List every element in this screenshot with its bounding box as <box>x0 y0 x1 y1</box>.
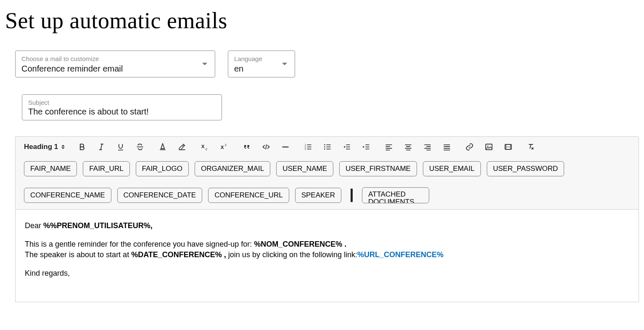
token-user_email[interactable]: USER_EMAIL <box>423 161 481 176</box>
indent-icon[interactable] <box>361 142 372 152</box>
mail-template-label: Choose a mail to customize <box>21 55 209 62</box>
token-speaker[interactable]: SPEAKER <box>295 188 341 203</box>
svg-point-10 <box>324 146 325 148</box>
subject-input[interactable]: Subject The conference is about to start… <box>22 94 222 120</box>
body-dear-token: %%PRENOM_UTILISATEUR%, <box>43 221 153 230</box>
token-separator <box>351 189 353 202</box>
svg-text:2: 2 <box>225 143 227 147</box>
underline-icon[interactable] <box>115 142 126 152</box>
token-conference_date[interactable]: CONFERENCE_DATE <box>117 188 203 203</box>
language-label: Language <box>234 55 289 62</box>
strikethrough-icon[interactable] <box>135 142 145 152</box>
token-fair_logo[interactable]: FAIR_LOGO <box>136 161 189 176</box>
svg-rect-0 <box>160 149 166 150</box>
body-line2a: This is a gentle reminder for the confer… <box>25 240 254 248</box>
mail-template-select[interactable]: Choose a mail to customize Conference re… <box>15 51 215 77</box>
body-line3a: The speaker is about to start at <box>25 250 131 259</box>
token-organizer_mail[interactable]: ORGANIZER_MAIL <box>195 161 270 176</box>
align-center-icon[interactable] <box>403 142 414 152</box>
token-user_name[interactable]: USER_NAME <box>276 161 333 176</box>
body-closing: Kind regards, <box>25 268 629 278</box>
token-user_firstname[interactable]: USER_FIRSTNAME <box>339 161 417 176</box>
svg-point-13 <box>488 146 489 147</box>
align-justify-icon[interactable] <box>441 142 452 152</box>
code-icon[interactable] <box>261 142 272 152</box>
token-attached-documents[interactable]: ATTACHEDDOCUMENTS <box>362 187 429 203</box>
language-value: en <box>234 64 289 74</box>
token-conference_url[interactable]: CONFERENCE_URL <box>208 188 289 203</box>
sort-icon <box>61 145 65 149</box>
subject-label: Subject <box>28 99 216 106</box>
svg-text:2: 2 <box>206 147 207 151</box>
svg-text:X: X <box>221 144 224 150</box>
svg-rect-5 <box>282 146 289 147</box>
outdent-icon[interactable] <box>341 142 352 152</box>
ordered-list-icon[interactable]: 123 <box>303 142 314 152</box>
chevron-down-icon <box>202 63 207 65</box>
page-title: Set up automatic emails <box>5 8 639 34</box>
mail-template-value: Conference reminder email <box>21 64 209 74</box>
token-user_password[interactable]: USER_PASSWORD <box>487 161 565 176</box>
heading-label: Heading 1 <box>24 143 58 151</box>
editor-body[interactable]: Dear %%PRENOM_UTILISATEUR%, This is a ge… <box>15 210 639 302</box>
align-left-icon[interactable] <box>383 142 394 152</box>
image-icon[interactable] <box>483 142 494 152</box>
superscript-icon[interactable]: X2 <box>219 142 230 152</box>
unordered-list-icon[interactable] <box>322 142 333 152</box>
body-line2b: %NOM_CONFERENCE% . <box>254 240 346 248</box>
heading-select[interactable]: Heading 1 <box>24 143 65 151</box>
subscript-icon[interactable]: X2 <box>199 142 210 152</box>
body-url-link[interactable]: %URL_CONFERENCE% <box>357 250 443 259</box>
clear-format-icon[interactable] <box>525 142 536 152</box>
svg-point-11 <box>324 149 325 150</box>
font-color-icon[interactable] <box>157 142 168 152</box>
token-fair_name[interactable]: FAIR_NAME <box>24 161 77 176</box>
svg-point-9 <box>324 144 325 146</box>
body-line3c: join us by clicking on the following lin… <box>226 250 357 259</box>
svg-rect-12 <box>486 144 492 149</box>
horizontal-rule-icon[interactable] <box>280 142 291 152</box>
highlight-icon[interactable] <box>177 142 187 152</box>
svg-text:X: X <box>201 144 205 149</box>
token-conference_name[interactable]: CONFERENCE_NAME <box>24 188 111 203</box>
editor-toolbar: Heading 1 X2 X2 <box>15 136 639 210</box>
body-line3b: %DATE_CONFERENCE% , <box>131 250 226 259</box>
link-icon[interactable] <box>464 142 475 152</box>
bold-icon[interactable] <box>77 142 87 152</box>
align-right-icon[interactable] <box>422 142 433 152</box>
chevron-down-icon <box>282 63 287 65</box>
language-select[interactable]: Language en <box>228 51 295 77</box>
body-dear-prefix: Dear <box>25 221 43 230</box>
svg-text:3: 3 <box>305 148 306 150</box>
video-icon[interactable] <box>503 142 514 152</box>
italic-icon[interactable] <box>96 142 107 152</box>
blockquote-icon[interactable] <box>241 142 252 152</box>
subject-value: The conference is about to start! <box>28 107 216 117</box>
token-fair_url[interactable]: FAIR_URL <box>83 161 129 176</box>
